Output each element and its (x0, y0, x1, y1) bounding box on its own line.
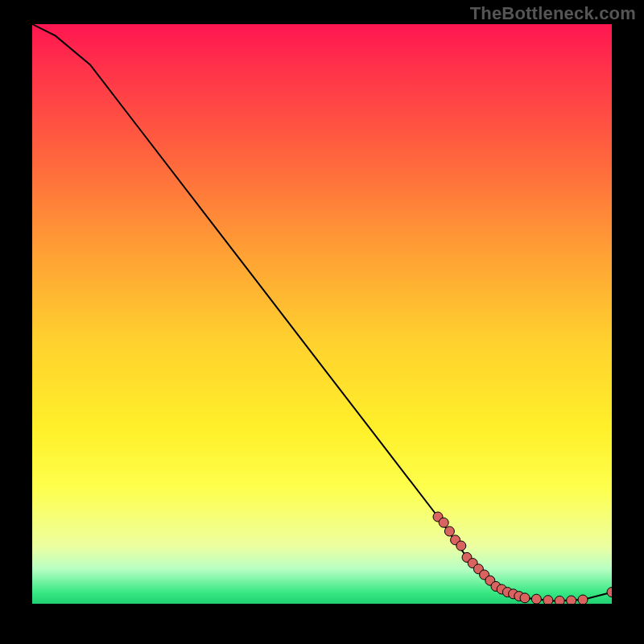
highlight-point (578, 595, 588, 604)
curve-layer (32, 24, 612, 604)
highlight-point (543, 596, 553, 604)
bottleneck-curve (32, 24, 612, 601)
highlight-point (520, 593, 530, 603)
plot-area (32, 24, 612, 604)
highlight-points-group (433, 512, 612, 604)
highlight-point (439, 518, 448, 527)
highlight-point (555, 596, 564, 604)
highlight-point (531, 594, 541, 604)
watermark-text: TheBottleneck.com (470, 3, 636, 24)
chart-frame: TheBottleneck.com (0, 0, 644, 644)
highlight-point (456, 541, 466, 551)
highlight-point (444, 526, 454, 536)
highlight-point (607, 588, 612, 597)
highlight-point (567, 596, 576, 604)
